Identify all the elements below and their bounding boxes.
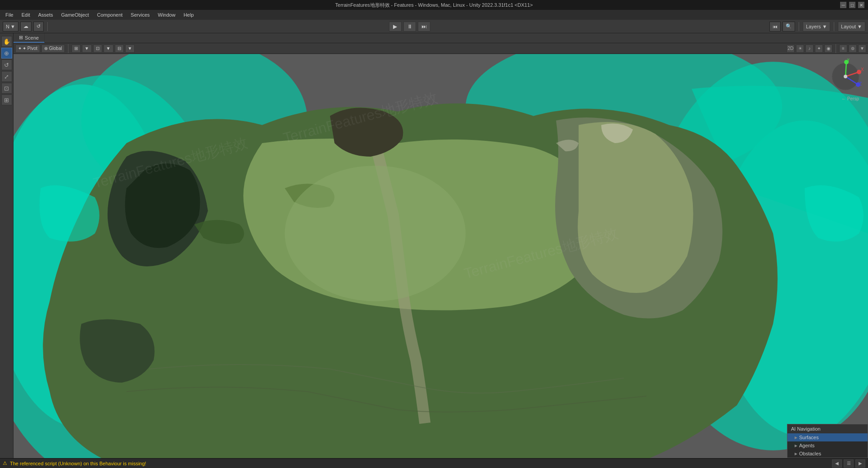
scene-tab-label: Scene bbox=[25, 35, 39, 40]
global-label: ⊕ Global bbox=[44, 46, 62, 51]
surfaces-chevron: ▶ bbox=[795, 436, 797, 440]
status-btn-2[interactable]: ☰ bbox=[844, 459, 854, 468]
scene-tb-sep-2 bbox=[836, 44, 836, 53]
play-controls: ▶ ⏸ ⏭ bbox=[51, 22, 768, 32]
scale-tool-button[interactable]: ⤢ bbox=[1, 71, 12, 82]
title-text: TerrainFeatures地形特效 - Features - Windows… bbox=[335, 2, 533, 9]
layers-dropdown-icon: ▼ bbox=[822, 24, 827, 29]
stats-button[interactable]: ≡ bbox=[839, 45, 847, 53]
grid-dropdown[interactable]: ▼ bbox=[82, 45, 92, 53]
menu-item-gameobject[interactable]: GameObject bbox=[58, 11, 93, 18]
minimize-button[interactable]: ─ bbox=[840, 2, 846, 8]
scene-tab-icon: ⊞ bbox=[19, 35, 23, 40]
pause-button[interactable]: ⏸ bbox=[403, 22, 416, 32]
menu-item-help[interactable]: Help bbox=[180, 11, 198, 18]
layers-dropdown[interactable]: Layers ▼ bbox=[803, 22, 830, 32]
light-button[interactable]: ☀ bbox=[796, 45, 804, 53]
obstacles-label: Obstacles bbox=[799, 451, 821, 456]
global-button[interactable]: ⊕ Global bbox=[41, 45, 65, 53]
scene-tb-sep-1 bbox=[68, 44, 68, 53]
scene-toolbar: ✦ ✦ Pivot ⊕ Global ⊞ ▼ ⊡ ▼ ⊟ ▼ 2D ☀ ♪ ✦ … bbox=[14, 43, 868, 54]
menu-bar: FileEditAssetsGameObjectComponentService… bbox=[0, 10, 868, 20]
status-bar: ⚠ The referenced script (Unknown) on thi… bbox=[0, 458, 868, 468]
status-right: ◀ ☰ ▶ bbox=[832, 459, 865, 468]
maximize-button[interactable]: □ bbox=[849, 2, 855, 8]
title-bar: TerrainFeatures地形特效 - Features - Windows… bbox=[0, 0, 868, 10]
gizmo-dropdown[interactable]: ▼ bbox=[104, 45, 113, 53]
menu-item-window[interactable]: Window bbox=[154, 11, 179, 18]
svg-point-8 bbox=[285, 166, 466, 301]
status-btn-1[interactable]: ◀ bbox=[832, 459, 842, 468]
perspective-label: ← Persp bbox=[841, 96, 859, 101]
layout-dropdown[interactable]: Layout ▼ bbox=[838, 22, 865, 32]
scene-tab-bar: ⊞ Scene bbox=[14, 33, 868, 43]
toolbar-sep-2 bbox=[799, 22, 799, 31]
rotate-tool-button[interactable]: ↺ bbox=[1, 59, 12, 70]
close-button[interactable]: ✕ bbox=[858, 2, 864, 8]
toolbar-right: ⏮ 🔍 Layers ▼ Layout ▼ bbox=[769, 22, 865, 32]
toolbar-sep-3 bbox=[834, 22, 834, 31]
obstacles-chevron: ▶ bbox=[795, 452, 797, 456]
history-icon: ⏮ bbox=[773, 24, 778, 29]
svg-text:Z: Z bbox=[859, 81, 862, 86]
terrain-canvas: TerrainFeatures地形特效 TerrainFeatures地形特效 … bbox=[14, 54, 868, 458]
terrain-visualization: TerrainFeatures地形特效 TerrainFeatures地形特效 … bbox=[14, 54, 868, 458]
gizmos-dropdown[interactable]: ▼ bbox=[858, 45, 866, 53]
left-toolbar: ✋⊕↺⤢⊡⊞ bbox=[0, 33, 14, 458]
new-button[interactable]: N ▼ bbox=[3, 22, 18, 32]
search-icon: 🔍 bbox=[786, 23, 792, 29]
ai-nav-surfaces[interactable]: ▶ Surfaces bbox=[787, 433, 868, 441]
gizmo-svg: X Y Z bbox=[827, 58, 863, 94]
rect-tool-button[interactable]: ⊡ bbox=[1, 83, 12, 94]
main-toolbar: N ▼ ☁ ↺ ▶ ⏸ ⏭ ⏮ 🔍 Layers ▼ Layout ▼ bbox=[0, 20, 868, 33]
new-dropdown-icon: ▼ bbox=[10, 24, 15, 29]
status-btn-3[interactable]: ▶ bbox=[855, 459, 865, 468]
menu-item-assets[interactable]: Assets bbox=[35, 11, 57, 18]
pivot-button[interactable]: ✦ ✦ Pivot bbox=[15, 45, 40, 53]
agents-chevron: ▶ bbox=[795, 444, 797, 448]
history-button[interactable]: ⏮ bbox=[769, 22, 781, 32]
2d-button[interactable]: 2D bbox=[787, 45, 795, 53]
refresh-icon: ↺ bbox=[36, 23, 41, 29]
window-controls: ─ □ ✕ bbox=[840, 2, 864, 8]
audio-button[interactable]: ♪ bbox=[805, 45, 814, 53]
search-button[interactable]: 🔍 bbox=[782, 22, 795, 32]
layout-dropdown-icon: ▼ bbox=[857, 24, 862, 29]
scene-tab[interactable]: ⊞ Scene bbox=[14, 33, 45, 43]
surfaces-label: Surfaces bbox=[799, 435, 818, 440]
gizmos-button[interactable]: ⊚ bbox=[849, 45, 857, 53]
hand-tool-button[interactable]: ✋ bbox=[1, 36, 12, 47]
menu-item-edit[interactable]: Edit bbox=[18, 11, 34, 18]
hidden-button[interactable]: ◉ bbox=[824, 45, 832, 53]
ai-nav-obstacles[interactable]: ▶ Obstacles bbox=[787, 450, 868, 458]
snap-button[interactable]: ⊟ bbox=[115, 45, 124, 53]
pivot-icon: ✦ bbox=[18, 46, 22, 51]
main-area: ✋⊕↺⤢⊡⊞ ⊞ Scene ✦ ✦ Pivot ⊕ Global ⊞ ▼ ⊡ … bbox=[0, 33, 868, 458]
layers-label: Layers bbox=[806, 24, 821, 29]
move-tool-button[interactable]: ⊕ bbox=[1, 48, 12, 58]
cloud-icon: ☁ bbox=[23, 23, 28, 29]
warning-text: The referenced script (Unknown) on this … bbox=[10, 461, 146, 466]
effects-button[interactable]: ✦ bbox=[815, 45, 823, 53]
gizmo-button[interactable]: ⊡ bbox=[93, 45, 102, 53]
ai-nav-header: AI Navigation bbox=[787, 424, 868, 433]
pivot-label: ✦ Pivot bbox=[23, 46, 37, 51]
play-button[interactable]: ▶ bbox=[389, 22, 402, 32]
menu-item-component[interactable]: Component bbox=[93, 11, 126, 18]
step-button[interactable]: ⏭ bbox=[418, 22, 430, 32]
warning-icon: ⚠ bbox=[3, 460, 7, 466]
grid-button[interactable]: ⊞ bbox=[72, 45, 81, 53]
ai-nav-agents[interactable]: ▶ Agents bbox=[787, 441, 868, 450]
snap-dropdown[interactable]: ▼ bbox=[125, 45, 135, 53]
scene-gizmo[interactable]: X Y Z bbox=[827, 58, 863, 94]
cloud-button[interactable]: ☁ bbox=[20, 22, 32, 32]
svg-text:X: X bbox=[861, 67, 863, 72]
refresh-button[interactable]: ↺ bbox=[33, 22, 44, 32]
menu-item-file[interactable]: File bbox=[2, 11, 17, 18]
svg-text:Y: Y bbox=[847, 58, 850, 63]
transform-tool-button[interactable]: ⊞ bbox=[1, 94, 12, 105]
new-icon: N bbox=[6, 24, 9, 29]
agents-label: Agents bbox=[799, 443, 814, 448]
layout-label: Layout bbox=[841, 24, 856, 29]
menu-item-services[interactable]: Services bbox=[127, 11, 153, 18]
